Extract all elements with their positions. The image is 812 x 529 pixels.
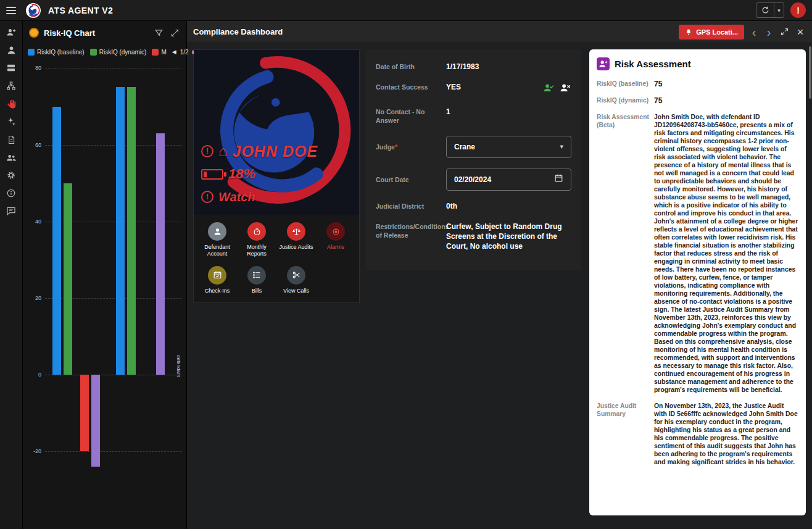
y-axis-tick: 20	[23, 295, 41, 301]
gps-location-button[interactable]: GPS Locati...	[679, 25, 744, 40]
gear-icon[interactable]	[6, 170, 17, 181]
refresh-dropdown-caret-icon[interactable]: ▾	[774, 3, 784, 17]
dashboard-header: Compliance Dashboard GPS Locati... ‹ › ×	[187, 21, 812, 43]
view-calls-button[interactable]: View Calls	[276, 266, 316, 294]
vertical-scrollbar[interactable]	[809, 46, 811, 99]
gridline	[45, 375, 181, 375]
y-axis-tick: -20	[23, 448, 41, 454]
gridline	[45, 451, 181, 452]
next-chevron-icon[interactable]: ›	[764, 26, 774, 38]
hamburger-menu-icon[interactable]	[6, 5, 19, 16]
alarms-button[interactable]: Alarms	[316, 222, 355, 257]
legend-label-baseline[interactable]: RiskIQ (baseline)	[37, 49, 85, 56]
document-icon[interactable]	[6, 134, 17, 145]
judge-select[interactable]: Crane ▾	[446, 136, 571, 158]
person-icon[interactable]	[6, 44, 17, 56]
defendant-photo: ! ⌂ JOHN DOE 18% ! Watch	[194, 50, 359, 215]
bell-icon	[685, 28, 692, 36]
filter-icon[interactable]	[153, 27, 164, 38]
risk-assessment-title: Risk Assessment	[615, 59, 691, 69]
risk-assessment-header: Risk Assessment	[597, 57, 798, 70]
legend-swatch-dynamic	[90, 49, 97, 56]
hand-icon[interactable]	[6, 98, 17, 109]
top-bar: ATS AGENT V2 ▾ !	[0, 0, 812, 21]
bills-button[interactable]: Bills	[237, 266, 276, 294]
left-icon-rail	[0, 21, 23, 529]
justice-audit-summary-row: Justice Audit Summary On November 13th, …	[597, 402, 798, 466]
monthly-reports-button[interactable]: Monthly Reports	[237, 222, 276, 257]
legend-label-m[interactable]: M	[161, 49, 166, 56]
contact-success-row: Contact Success YES	[376, 82, 571, 96]
calendar-icon[interactable]	[554, 173, 563, 185]
person-check-icon[interactable]	[543, 82, 555, 96]
required-asterisk: *	[395, 143, 397, 151]
defendant-info-card: Date of Birth 1/17/1983 Contact Success …	[366, 49, 581, 270]
battery-percent: 18%	[228, 166, 255, 182]
group-icon[interactable]	[6, 152, 17, 163]
judicial-district-value: 0th	[446, 201, 571, 211]
defendant-actions: Defendant Account Monthly Reports Justic…	[194, 215, 359, 302]
riskiq-baseline-row: RiskIQ (baseline) 75	[597, 80, 798, 88]
judicial-district-row: Judicial District 0th	[376, 201, 571, 211]
riskiq-dynamic-value: 75	[654, 96, 798, 105]
defendant-name: JOHN DOE	[233, 143, 318, 160]
status-stamp-overlay: ! ⌂ JOHN DOE 18% ! Watch	[201, 143, 318, 206]
check-ins-button[interactable]: Check-Ins	[197, 266, 237, 294]
feedback-icon[interactable]	[6, 206, 17, 217]
judge-row: Judge* Crane ▾	[376, 136, 571, 158]
chart-bar	[91, 375, 100, 467]
close-icon[interactable]: ×	[795, 27, 806, 38]
sparkle-icon[interactable]	[6, 116, 17, 127]
no-contact-value: 1	[446, 107, 571, 117]
compliance-dashboard: Compliance Dashboard GPS Locati... ‹ › ×	[187, 21, 812, 529]
home-icon: ⌂	[218, 144, 228, 159]
previous-chevron-icon[interactable]: ‹	[749, 26, 759, 38]
person-icon	[208, 222, 226, 241]
view-calls-icon	[287, 266, 305, 285]
dob-row: Date of Birth 1/17/1983	[376, 62, 571, 72]
riskiq-dynamic-row: RiskIQ (dynamic) 75	[597, 96, 798, 105]
expand-chart-icon[interactable]	[169, 27, 180, 38]
legend-swatch-m	[152, 49, 159, 56]
legend-prev-arrow-icon[interactable]: ◀	[172, 49, 176, 55]
legend-pagination: 1/2	[180, 49, 189, 56]
contact-success-value: YES	[446, 82, 543, 92]
legend-label-dynamic[interactable]: RiskIQ (dynamic)	[99, 49, 147, 56]
court-date-row: Court Date 02/20/2024	[376, 169, 571, 191]
risk-iq-chart-panel: Risk-IQ Chart RiskIQ (baseline) RiskIQ (…	[23, 21, 187, 529]
person-x-icon[interactable]	[560, 82, 571, 96]
gridline	[45, 68, 181, 69]
risk-assessment-icon	[597, 57, 610, 70]
restrictions-row: Restrictions/Conditions of Release Curfe…	[376, 222, 571, 252]
no-contact-row: No Contact - No Answer 1	[376, 107, 571, 125]
x-axis-label: defendant	[176, 355, 181, 377]
info-icon[interactable]	[6, 188, 17, 199]
refresh-split-button: ▾	[756, 2, 784, 18]
chart-bar	[156, 133, 165, 375]
y-axis-tick: 60	[23, 142, 41, 148]
app-logo	[26, 3, 41, 18]
sitemap-icon[interactable]	[6, 80, 17, 91]
justice-audits-button[interactable]: Justice Audits	[276, 222, 316, 257]
defendant-card: ! ⌂ JOHN DOE 18% ! Watch	[193, 49, 360, 303]
chart-panel-title: Risk-IQ Chart	[44, 28, 148, 38]
justice-audit-text: On November 13th, 2023, the Justice Audi…	[654, 402, 798, 466]
person-add-icon[interactable]	[6, 27, 17, 38]
gauge-icon	[247, 222, 266, 241]
riskiq-baseline-value: 75	[654, 80, 798, 88]
defendant-account-button[interactable]: Defendant Account	[197, 222, 237, 257]
risk-iq-bar-chart: 806040200-20defendant	[23, 60, 186, 489]
refresh-icon[interactable]	[756, 3, 774, 17]
server-icon[interactable]	[6, 62, 17, 73]
y-axis-tick: 40	[23, 219, 41, 225]
dashboard-content: ! ⌂ JOHN DOE 18% ! Watch	[187, 43, 812, 529]
chart-bar	[116, 87, 125, 374]
court-date-input[interactable]: 02/20/2024	[446, 169, 571, 191]
expand-dashboard-icon[interactable]	[779, 27, 790, 38]
alert-badge[interactable]: !	[790, 2, 806, 18]
app-title: ATS AGENT V2	[48, 6, 113, 15]
chevron-down-icon: ▾	[560, 143, 563, 151]
risk-iq-icon	[29, 28, 39, 38]
restrictions-value: Curfew, Subject to Random Drug Screens a…	[446, 222, 571, 252]
chart-bar	[127, 87, 136, 374]
